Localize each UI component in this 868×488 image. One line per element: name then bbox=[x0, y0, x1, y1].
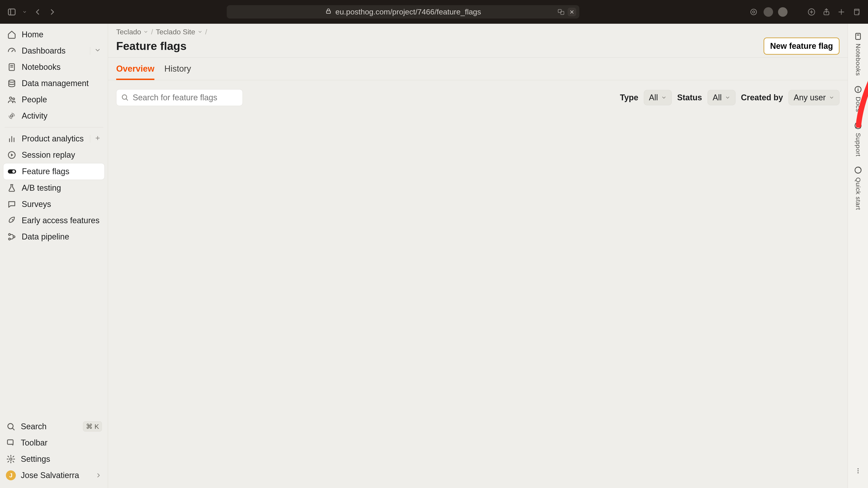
tab-history[interactable]: History bbox=[164, 58, 191, 80]
sidebar-item-label: Data pipeline bbox=[22, 232, 69, 241]
tab-overview[interactable]: Overview bbox=[116, 58, 154, 80]
chevron-down-icon[interactable] bbox=[94, 46, 101, 56]
breadcrumb-separator: / bbox=[151, 28, 153, 36]
browser-avatar-1[interactable] bbox=[764, 7, 773, 17]
svg-line-54 bbox=[856, 127, 857, 128]
database-icon bbox=[7, 78, 17, 88]
filter-label-created-by: Created by bbox=[741, 93, 783, 102]
tabs-icon[interactable] bbox=[851, 7, 861, 17]
svg-rect-15 bbox=[855, 10, 859, 15]
sidebar-item-feature-flags[interactable]: Feature flags bbox=[3, 163, 105, 180]
browser-chrome: eu.posthog.com/project/7466/feature_flag… bbox=[0, 0, 868, 24]
svg-point-23 bbox=[11, 115, 13, 117]
sidebar-toggle-icon[interactable] bbox=[7, 7, 17, 17]
breadcrumb-item[interactable]: Teclado Site bbox=[156, 28, 202, 36]
sidebar-item-activity[interactable]: Activity bbox=[3, 108, 105, 124]
filter-status-select[interactable]: All bbox=[708, 90, 736, 105]
page-header: Teclado / Teclado Site / Feature flags N… bbox=[108, 24, 848, 58]
browser-avatar-2[interactable] bbox=[778, 7, 787, 17]
plus-icon[interactable] bbox=[94, 134, 101, 143]
message-icon bbox=[7, 199, 17, 209]
svg-rect-2 bbox=[327, 11, 331, 13]
sidebar-search[interactable]: Search ⌘ K bbox=[2, 418, 105, 435]
download-plus-icon[interactable] bbox=[807, 7, 816, 17]
svg-line-16 bbox=[12, 50, 13, 52]
search-input[interactable] bbox=[132, 93, 238, 103]
chevron-down-icon bbox=[661, 93, 666, 102]
new-tab-icon[interactable] bbox=[836, 7, 846, 17]
new-feature-flag-button[interactable]: New feature flag bbox=[764, 37, 839, 55]
breadcrumb-item[interactable]: Teclado bbox=[116, 28, 148, 36]
sidebar-item-data-management[interactable]: Data management bbox=[3, 75, 105, 92]
breadcrumb-separator: / bbox=[205, 28, 207, 36]
sidebar-item-label: Home bbox=[22, 30, 43, 39]
close-icon[interactable] bbox=[567, 8, 576, 16]
svg-point-21 bbox=[9, 97, 12, 99]
filter-type-select[interactable]: All bbox=[644, 90, 672, 105]
sidebar-item-label: People bbox=[22, 95, 47, 104]
sidebar-item-label: Feature flags bbox=[22, 167, 69, 176]
sidebar-item-label: Toolbar bbox=[21, 438, 48, 448]
notebook-icon bbox=[7, 62, 17, 72]
svg-point-7 bbox=[751, 9, 756, 15]
user-name: Jose Salvatierra bbox=[21, 470, 79, 480]
url-text: eu.posthog.com/project/7466/feature_flag… bbox=[336, 7, 481, 16]
sidebar-item-dashboards[interactable]: Dashboards bbox=[3, 43, 105, 59]
filter-created-by-select[interactable]: Any user bbox=[788, 90, 839, 105]
main-content: Teclado / Teclado Site / Feature flags N… bbox=[108, 24, 848, 488]
rail-notebooks[interactable]: Notebooks bbox=[853, 29, 863, 80]
people-icon bbox=[7, 95, 17, 105]
keyboard-shortcut: ⌘ K bbox=[83, 421, 102, 431]
lock-icon bbox=[325, 7, 332, 16]
sidebar-toolbar[interactable]: Toolbar bbox=[2, 435, 105, 451]
chevron-down-icon bbox=[197, 28, 203, 36]
sidebar-item-home[interactable]: Home bbox=[3, 26, 105, 43]
svg-point-33 bbox=[12, 219, 13, 220]
svg-line-52 bbox=[859, 127, 860, 128]
filter-label-status: Status bbox=[677, 93, 702, 102]
sidebar-item-surveys[interactable]: Surveys bbox=[3, 196, 105, 213]
user-avatar: J bbox=[6, 470, 16, 480]
chevron-down-icon bbox=[725, 93, 730, 102]
sidebar-item-ab-testing[interactable]: A/B testing bbox=[3, 180, 105, 196]
sidebar-user[interactable]: J Jose Salvatierra bbox=[2, 467, 105, 484]
sidebar-item-label: A/B testing bbox=[22, 183, 61, 193]
page-title: Feature flags bbox=[116, 39, 186, 53]
svg-marker-30 bbox=[11, 153, 13, 156]
extension-icon[interactable] bbox=[749, 7, 758, 17]
rail-support[interactable]: Support bbox=[853, 119, 863, 161]
notebook-icon bbox=[853, 31, 863, 41]
share-icon[interactable] bbox=[822, 7, 831, 17]
url-bar[interactable]: eu.posthog.com/project/7466/feature_flag… bbox=[227, 5, 579, 19]
rail-quick-start[interactable]: Quick start bbox=[853, 163, 863, 214]
sidebar-item-people[interactable]: People bbox=[3, 92, 105, 108]
sidebar-item-session-replay[interactable]: Session replay bbox=[3, 147, 105, 163]
svg-rect-0 bbox=[8, 9, 15, 15]
lifebuoy-icon bbox=[853, 121, 863, 131]
browser-back-icon[interactable] bbox=[33, 7, 42, 17]
sidebar-item-label: Session replay bbox=[22, 150, 75, 160]
sidebar-item-label: Surveys bbox=[22, 199, 51, 209]
sidebar: Home Dashboards Notebooks bbox=[0, 24, 108, 488]
gear-icon bbox=[6, 454, 16, 464]
rail-more[interactable] bbox=[853, 464, 863, 483]
browser-forward-icon[interactable] bbox=[48, 7, 57, 17]
chevron-down-icon[interactable] bbox=[22, 7, 28, 17]
rail-docs[interactable]: Docs bbox=[853, 82, 863, 116]
right-rail: Notebooks Docs Support Quick start bbox=[848, 24, 868, 488]
svg-point-32 bbox=[12, 170, 15, 173]
toggle-icon bbox=[7, 166, 17, 176]
sidebar-item-data-pipeline[interactable]: Data pipeline bbox=[3, 229, 105, 245]
search-field[interactable] bbox=[116, 89, 243, 106]
svg-point-40 bbox=[10, 458, 12, 460]
filter-toolbar: Type All Status All Created by Any user bbox=[108, 80, 848, 115]
sidebar-item-product-analytics[interactable]: Product analytics bbox=[3, 131, 105, 147]
info-icon bbox=[853, 85, 863, 94]
sidebar-item-notebooks[interactable]: Notebooks bbox=[3, 59, 105, 75]
sidebar-settings[interactable]: Settings bbox=[2, 451, 105, 467]
sidebar-item-label: Product analytics bbox=[22, 134, 84, 143]
chevron-right-icon bbox=[95, 472, 102, 479]
translate-icon[interactable] bbox=[557, 8, 565, 16]
svg-line-38 bbox=[12, 428, 14, 430]
sidebar-item-early-access[interactable]: Early access features bbox=[3, 213, 105, 229]
